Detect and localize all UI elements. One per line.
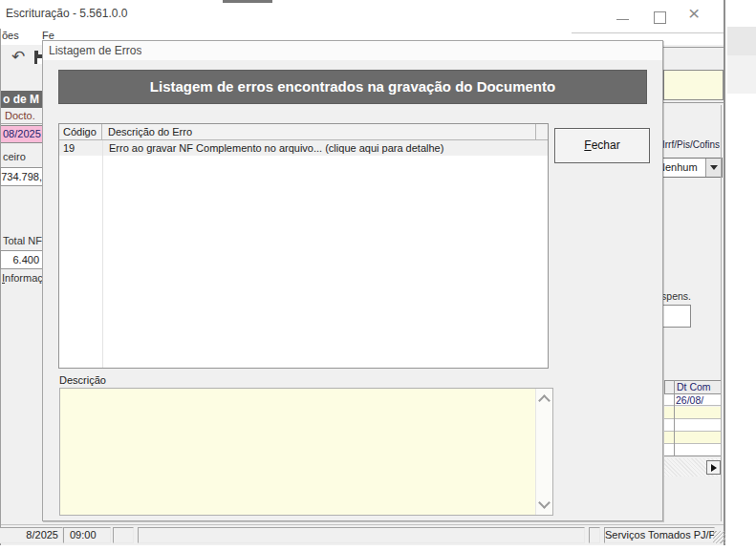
informacoes-tab-label: nformaç [5, 272, 43, 284]
listagem-erros-dialog: Listagem de Erros Listagem de erros enco… [42, 40, 663, 521]
yellow-field-top-right[interactable] [663, 70, 724, 100]
total-nf-label: Total NF [3, 235, 42, 246]
status-panel [138, 527, 585, 543]
section-header-band: o de M [1, 91, 46, 108]
right-grid-row[interactable] [664, 407, 721, 419]
window-border-right [724, 0, 725, 545]
irrf-combobox-value: Nenhum [658, 161, 698, 173]
grid-column-line [102, 140, 103, 368]
terceiro-label: ceiro [3, 151, 26, 162]
arrow-right-icon [711, 464, 717, 472]
combobox-dropdown-button[interactable] [705, 159, 722, 177]
divider [572, 32, 724, 33]
col-header-codigo: Código [59, 124, 102, 139]
scroll-down-icon[interactable] [538, 497, 551, 509]
fechar-mnemonic: F [584, 138, 591, 152]
descricao-label: Descrição [59, 374, 106, 386]
descricao-text [62, 391, 533, 513]
scroll-right-button[interactable] [706, 460, 721, 475]
error-row-descricao: Erro ao gravar NF Complemento no arquivo… [102, 140, 548, 156]
valor-field-1[interactable]: 734.798, [0, 167, 44, 186]
right-grid-row[interactable]: 26/08/ [664, 394, 721, 406]
textarea-scrollbar[interactable] [535, 389, 552, 515]
fechar-button[interactable]: Fechar [554, 128, 650, 163]
chevron-down-icon [710, 165, 718, 170]
app-root: Escrituração - 5.561.0.0 × ões Fe ↶ o de… [0, 0, 756, 551]
status-panel [113, 527, 134, 543]
minimize-icon[interactable] [616, 19, 629, 20]
error-row[interactable]: 19 Erro ao gravar NF Complemento no arqu… [59, 140, 548, 156]
desktop-area [727, 27, 756, 55]
dialog-title: Listagem de Erros [49, 44, 141, 57]
divider [661, 47, 724, 48]
panel-border [721, 105, 722, 521]
docto-label: Docto. [5, 110, 35, 121]
total-nf-field[interactable]: 6.400 [0, 250, 44, 269]
status-time: 09:00 [63, 527, 111, 543]
right-grid-row[interactable] [664, 419, 721, 432]
fechar-label: echar [592, 138, 620, 152]
right-grid-column-line [674, 380, 675, 456]
divider [1, 123, 42, 124]
scroll-up-icon[interactable] [538, 394, 551, 407]
col-header-extra [536, 124, 548, 139]
clipped-text-fragment [223, 0, 272, 3]
error-grid: Código Descrição do Erro 19 Erro ao grav… [58, 123, 549, 369]
maximize-icon[interactable] [654, 11, 666, 24]
status-panel [589, 527, 600, 543]
status-mode: Serviços Tomados PJ/P [604, 527, 715, 543]
status-date: 8/2025 [0, 527, 63, 543]
dialog-titlebar[interactable]: Listagem de Erros [43, 41, 662, 60]
right-grid-row[interactable] [664, 444, 721, 456]
undo-icon[interactable]: ↶ [11, 47, 25, 67]
irrf-pis-cofins-label: Irrf/Pis/Cofins [662, 139, 720, 150]
informacoes-tab[interactable]: Informaç [2, 272, 43, 284]
right-grid-row[interactable] [664, 432, 721, 444]
resize-grip[interactable] [713, 531, 725, 543]
right-grid-header: Dt Com [664, 380, 722, 394]
close-icon[interactable]: × [688, 2, 700, 25]
error-row-codigo: 19 [59, 140, 102, 156]
divider [661, 102, 724, 103]
col-header-descricao: Descrição do Erro [102, 124, 536, 139]
desktop-area [727, 55, 756, 94]
error-grid-header: Código Descrição do Erro [59, 124, 548, 140]
right-grid-col-dtcom: Dt Com [677, 381, 711, 393]
competencia-field[interactable]: 08/2025 [1, 125, 44, 143]
descricao-textarea[interactable] [59, 388, 553, 516]
window-title: Escrituração - 5.561.0.0 [6, 7, 292, 20]
menu-item-fragment-1[interactable]: ões [2, 30, 19, 41]
dialog-banner: Listagem de erros encontrados na gravaçã… [58, 70, 647, 104]
